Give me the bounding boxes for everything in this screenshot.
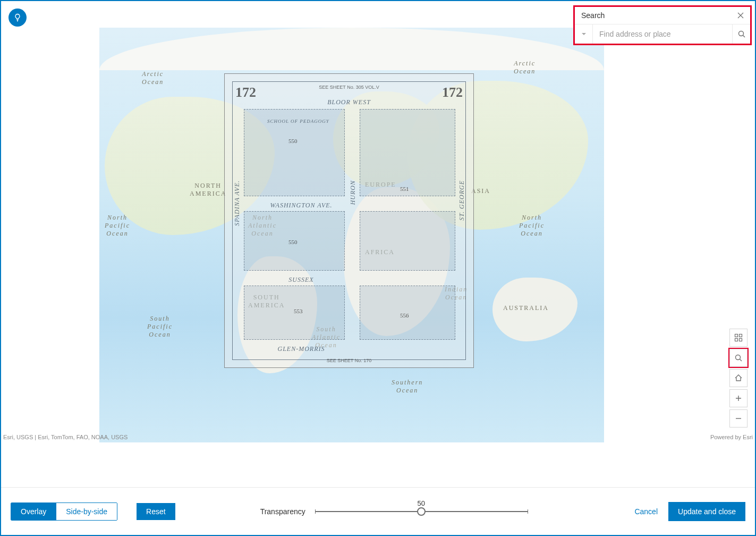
- block-num-a: 550: [288, 138, 298, 144]
- sidebyside-toggle[interactable]: Side-by-side: [56, 503, 117, 520]
- street-glen: GLEN-MORRIS: [246, 345, 356, 353]
- home-button[interactable]: [729, 369, 747, 387]
- street-sussex: SUSSEX: [246, 276, 356, 284]
- footer-toolbar: Overlay Side-by-side Reset Transparency …: [1, 487, 755, 535]
- label-na: NORTH AMERICA: [190, 182, 226, 198]
- label-spac: South Pacific Ocean: [147, 315, 173, 339]
- zoom-in-button[interactable]: [729, 389, 747, 407]
- reset-button[interactable]: Reset: [137, 503, 175, 520]
- block-num-c: 550: [288, 239, 298, 245]
- sheet-see-bottom: SEE SHEET No. 170: [327, 358, 371, 363]
- label-npac2: North Pacific Ocean: [519, 214, 545, 238]
- label-npac: North Pacific Ocean: [105, 214, 130, 238]
- cancel-button[interactable]: Cancel: [634, 507, 658, 516]
- sheet-banner: SCHOOL OF PEDAGOGY: [267, 119, 329, 124]
- attribution-right: Powered by Esri: [710, 434, 753, 440]
- search-panel: Search: [574, 6, 751, 44]
- label-southern: Southern Ocean: [392, 379, 423, 395]
- svg-rect-3: [740, 339, 742, 341]
- search-source-dropdown[interactable]: [575, 24, 593, 44]
- overlay-toggle[interactable]: Overlay: [11, 503, 56, 520]
- view-mode-segmented: Overlay Side-by-side: [11, 502, 117, 521]
- basemap-gallery-button[interactable]: [729, 329, 747, 347]
- label-as: ASIA: [471, 187, 490, 195]
- transparency-control: Transparency 50: [260, 507, 635, 516]
- search-icon: [734, 354, 743, 362]
- home-icon: [734, 374, 743, 382]
- search-icon: [737, 30, 746, 38]
- block-num-e: 556: [400, 312, 409, 319]
- app-frame: NORTH AMERICA SOUTH AMERICA EUROPE AFRIC…: [0, 0, 756, 536]
- lightbulb-icon: [13, 13, 22, 22]
- basemap-icon: [734, 333, 743, 342]
- plus-icon: [734, 394, 743, 403]
- svg-rect-0: [735, 334, 738, 337]
- chevron-down-icon: [581, 31, 587, 37]
- transparency-value: 50: [417, 499, 424, 507]
- street-bloor: BLOOR WEST: [225, 98, 473, 106]
- zoom-out-button[interactable]: [729, 409, 747, 428]
- update-close-button[interactable]: Update and close: [668, 502, 745, 521]
- slider-thumb[interactable]: [417, 507, 426, 516]
- map-controls: [729, 329, 747, 428]
- attribution-left: Esri, USGS | Esri, TomTom, FAO, NOAA, US…: [3, 434, 128, 440]
- street-spadina: SPADINA AVE.: [233, 180, 241, 226]
- street-stgeorge: ST. GEORGE: [458, 180, 466, 221]
- block-ne: [360, 109, 455, 196]
- block-num-b: 551: [400, 186, 409, 192]
- block-num-d: 553: [294, 308, 303, 314]
- label-arctic: Arctic Ocean: [142, 70, 164, 86]
- search-submit-button[interactable]: [732, 24, 750, 44]
- svg-point-5: [738, 31, 743, 36]
- street-washington: WASHINGTON AVE.: [246, 202, 356, 210]
- close-icon: [737, 12, 744, 19]
- transparency-slider[interactable]: 50: [315, 511, 528, 512]
- street-huron: HURON: [349, 180, 357, 205]
- overlay-sheet[interactable]: 172 172 SEE SHEET No. 305 VOL.V BLOOR WE…: [224, 73, 474, 368]
- sheet-see-top: SEE SHEET No. 305 VOL.V: [319, 85, 379, 90]
- block-me: [360, 211, 455, 271]
- search-close-button[interactable]: [737, 12, 744, 19]
- transparency-label: Transparency: [260, 507, 305, 516]
- svg-point-4: [736, 355, 741, 360]
- label-arctic2: Arctic Ocean: [514, 60, 536, 76]
- label-au: AUSTRALIA: [503, 304, 549, 312]
- map-canvas[interactable]: NORTH AMERICA SOUTH AMERICA EUROPE AFRIC…: [1, 1, 755, 442]
- minus-icon: [734, 414, 743, 423]
- tips-button[interactable]: [9, 9, 27, 27]
- search-panel-title: Search: [581, 11, 605, 20]
- svg-rect-2: [735, 339, 738, 341]
- search-tool-button[interactable]: [729, 349, 747, 367]
- search-input[interactable]: [593, 24, 732, 44]
- svg-rect-1: [740, 334, 742, 337]
